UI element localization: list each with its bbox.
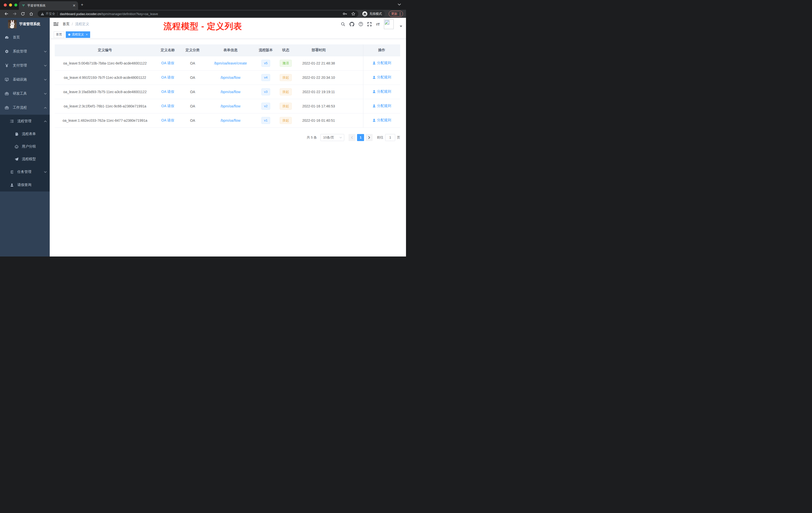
not-secure-warning-icon xyxy=(41,12,44,16)
sidebar-item-label: 用户分组 xyxy=(22,144,47,149)
zoom-window-button[interactable] xyxy=(14,3,17,6)
cell-definition-id: oa_leave:3:1fad3d93-7b75-11ec-a3c8-acde4… xyxy=(55,85,155,99)
chevron-down-icon xyxy=(44,51,47,53)
sidebar-item-label: 系统管理 xyxy=(13,49,44,54)
home-icon[interactable] xyxy=(28,10,34,17)
sidebar-item-user-group[interactable]: 用户分组 xyxy=(0,140,50,153)
cell-category: OA xyxy=(180,70,205,85)
cell-definition-id: oa_leave:1:482ec033-762a-11ec-8477-a2380… xyxy=(55,113,155,127)
sidebar-item-task-management[interactable]: 任务管理 xyxy=(0,165,50,178)
tag-process-definition[interactable]: 流程定义 × xyxy=(66,31,90,38)
definition-name-link[interactable]: OA 请假 xyxy=(161,90,174,94)
browser-tab[interactable]: 芋道管理系统 ✕ xyxy=(19,1,78,10)
breadcrumb-home[interactable]: 首页 xyxy=(62,22,69,26)
form-info-link[interactable]: /bpm/oa/flow xyxy=(221,104,240,108)
cell-deploy-time: 2022-01-22 20:34:10 xyxy=(296,70,341,85)
form-info-link[interactable]: /bpm/oa/flow xyxy=(221,90,240,94)
status-badge: 挂起 xyxy=(280,103,292,110)
fullscreen-icon[interactable] xyxy=(367,22,372,26)
cell-definition-id: oa_leave:4:991f2193-7b7f-11ec-a3c8-acde4… xyxy=(55,70,155,85)
page-number-button[interactable]: 1 xyxy=(357,134,364,141)
help-icon[interactable] xyxy=(358,22,363,26)
assign-rule-link[interactable]: 分配规则 xyxy=(372,75,391,80)
sidebar-item-home[interactable]: 首页 xyxy=(0,30,50,44)
sidebar-collapse-icon[interactable] xyxy=(54,22,58,26)
table-row: oa_leave:5:004b710b-7b8a-11ec-8ef0-acde4… xyxy=(55,56,400,70)
tab-search-chevron-icon[interactable] xyxy=(398,3,401,5)
assign-rule-link[interactable]: 分配规则 xyxy=(372,61,391,65)
sidebar-item-process-model[interactable]: 流程模型 xyxy=(0,153,50,165)
incognito-label: 无痕模式 xyxy=(369,12,382,16)
page-size-value: 10条/页 xyxy=(323,135,334,140)
cell-category: OA xyxy=(180,56,205,70)
avatar-caret-icon[interactable] xyxy=(400,26,402,27)
security-label[interactable]: 不安全 xyxy=(46,12,55,16)
status-badge: 挂起 xyxy=(280,88,292,95)
new-tab-button[interactable]: + xyxy=(81,2,83,7)
sidebar-item-process-management[interactable]: 流程管理 xyxy=(0,115,50,128)
definition-name-link[interactable]: OA 请假 xyxy=(161,104,174,108)
form-info-link[interactable]: /bpm/oa/flow xyxy=(221,118,240,122)
avatar[interactable] xyxy=(384,19,394,29)
tab-close-icon[interactable]: ✕ xyxy=(72,4,76,7)
address-bar[interactable]: 不安全 dashboard.yudao.iocoder.cn/bpm/manag… xyxy=(38,10,358,17)
reload-icon[interactable] xyxy=(20,10,26,17)
chevron-down-icon xyxy=(44,93,47,95)
breadcrumb: 首页 / 流程定义 xyxy=(62,22,89,26)
back-icon[interactable] xyxy=(3,10,9,17)
red-annotation: 流程模型 - 定义列表 xyxy=(164,21,242,32)
assign-rule-link[interactable]: 分配规则 xyxy=(372,104,391,108)
column-header-id: 定义编号 xyxy=(55,44,155,56)
sidebar-item-process-form[interactable]: 流程表单 xyxy=(0,128,50,140)
table-row: oa_leave:1:482ec033-762a-11ec-8477-a2380… xyxy=(55,113,400,127)
table-row: oa_leave:3:1fad3d93-7b75-11ec-a3c8-acde4… xyxy=(55,85,400,99)
browser-menu-dots-icon[interactable] xyxy=(400,12,401,16)
assign-rule-link[interactable]: 分配规则 xyxy=(372,118,391,122)
sidebar-item-infrastructure[interactable]: 基础设施 xyxy=(0,72,50,87)
close-window-button[interactable] xyxy=(4,3,7,6)
assign-rule-link[interactable]: 分配规则 xyxy=(372,89,391,94)
sidebar-item-leave-query[interactable]: 请假查询 xyxy=(0,178,50,191)
cell-deploy-time: 2022-01-22 19:19:11 xyxy=(296,85,341,99)
pagination-total: 共 5 条 xyxy=(307,135,317,140)
sidebar-item-label: 支付管理 xyxy=(13,63,44,68)
logo-avatar xyxy=(8,20,17,28)
sidebar-item-payment[interactable]: 支付管理 xyxy=(0,58,50,72)
tag-close-icon[interactable]: × xyxy=(86,33,88,36)
definition-name-link[interactable]: OA 请假 xyxy=(161,61,174,65)
goto-label: 前往 xyxy=(377,135,383,140)
sidebar-logo[interactable]: 芋道管理系统 xyxy=(0,18,50,30)
form-info-link[interactable]: /bpm/oa/flow xyxy=(221,76,240,80)
definition-name-link[interactable]: OA 请假 xyxy=(161,118,174,122)
minimize-window-button[interactable] xyxy=(9,3,12,6)
version-badge: v3 xyxy=(261,88,270,95)
sidebar-item-system[interactable]: 系统管理 xyxy=(0,44,50,58)
window-controls[interactable] xyxy=(4,3,17,6)
gear-icon xyxy=(5,50,9,54)
github-icon[interactable] xyxy=(349,22,354,27)
prev-page-button[interactable] xyxy=(348,134,355,141)
form-info-link[interactable]: /bpm/oa/leave/create xyxy=(214,61,247,65)
cell-category: OA xyxy=(180,99,205,113)
sidebar-item-label: 请假查询 xyxy=(17,183,47,187)
column-header-version: 流程版本 xyxy=(256,44,276,56)
chevron-up-icon xyxy=(44,107,47,109)
breadcrumb-separator: / xyxy=(72,22,73,26)
update-button[interactable]: 更新 xyxy=(389,11,403,17)
sidebar-item-workflow[interactable]: 工作流程 xyxy=(0,101,50,115)
goto-page-input[interactable] xyxy=(385,134,395,141)
bookmark-star-icon[interactable] xyxy=(351,12,355,16)
password-key-icon[interactable] xyxy=(343,12,347,16)
url-text[interactable]: dashboard.yudao.iocoder.cn/bpm/manager/d… xyxy=(60,12,341,16)
next-page-button[interactable] xyxy=(366,134,373,141)
search-icon[interactable] xyxy=(341,22,345,26)
tag-home[interactable]: 首页 xyxy=(54,31,64,38)
forward-icon[interactable] xyxy=(11,10,18,17)
sidebar-item-devtools[interactable]: 研发工具 xyxy=(0,87,50,101)
briefcase-icon xyxy=(5,105,9,110)
definition-name-link[interactable]: OA 请假 xyxy=(161,75,174,79)
page-size-select[interactable]: 10条/页 xyxy=(320,134,344,141)
list-tree-icon xyxy=(10,119,14,123)
font-size-icon[interactable]: тT xyxy=(376,22,380,26)
cell-category: OA xyxy=(180,113,205,127)
